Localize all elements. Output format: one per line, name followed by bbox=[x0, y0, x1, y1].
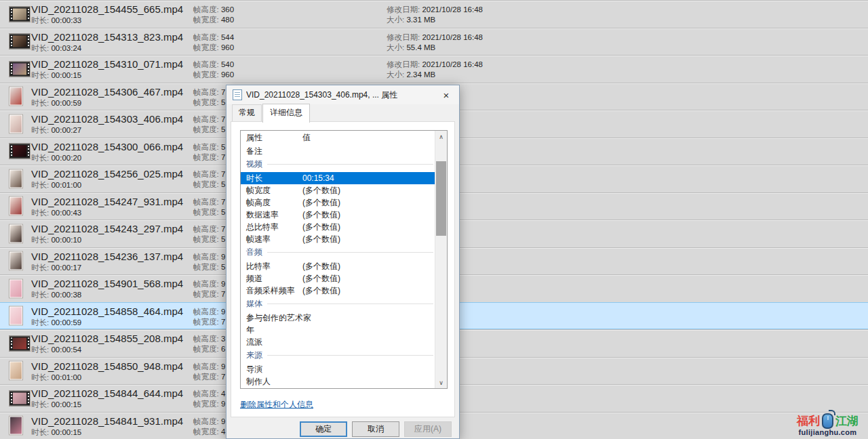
frame-dimensions-column: 帧高度: 9 帧宽度: 7 bbox=[193, 303, 225, 330]
frame-dimensions-column: 帧高度: 9 帧宽度: 5 bbox=[193, 248, 225, 275]
frame-dimensions-column: 帧高度: 7 帧宽度: 5 bbox=[193, 110, 225, 138]
frame-height-value: 5 bbox=[221, 143, 225, 151]
duration-label: 时长: bbox=[31, 291, 49, 299]
frame-width-label: 帧宽度: bbox=[193, 373, 219, 381]
property-label: 备注 bbox=[241, 146, 302, 157]
dialog-titlebar[interactable]: VID_20211028_154303_406.mp4, ... 属性 × bbox=[226, 85, 459, 104]
thumbnail-image bbox=[10, 308, 22, 325]
property-label: 时长 bbox=[241, 173, 302, 184]
duration-label: 时长: bbox=[31, 71, 49, 79]
scrollbar[interactable]: ∧ ∨ bbox=[435, 131, 447, 388]
file-name: VID_20211028_154901_568.mp4 bbox=[31, 278, 183, 289]
frame-dimensions-column: 帧高度: 9 帧宽度: 7 bbox=[193, 358, 225, 385]
duration-label: 时长: bbox=[31, 373, 49, 381]
video-thumbnail-icon bbox=[9, 6, 31, 22]
frame-dimensions-column: 帧高度: 7 帧宽度: 5 bbox=[193, 165, 225, 192]
frame-dimensions-column: 帧高度: 540 帧宽度: 960 bbox=[193, 56, 234, 83]
duration-label: 时长: bbox=[31, 126, 49, 134]
file-name: VID_20211028_154310_071.mp4 bbox=[31, 58, 183, 70]
frame-width-value: 7 bbox=[221, 153, 225, 161]
dialog-tab[interactable]: 详细信息 bbox=[262, 104, 310, 123]
thumbnail-image bbox=[10, 280, 22, 297]
file-name-column: VID_20211028_154243_297.mp4 时长: 00:00:10 bbox=[31, 220, 183, 247]
file-name-column: VID_20211028_154855_208.mp4 时长: 00:00:54 bbox=[31, 330, 183, 357]
property-row[interactable]: 参与创作的艺术家 bbox=[241, 312, 435, 324]
video-thumbnail-icon bbox=[9, 61, 31, 77]
dialog-button[interactable]: 取消 bbox=[352, 421, 399, 437]
property-row[interactable]: 帧宽度 (多个数值) bbox=[241, 184, 435, 196]
frame-height-value: 9 bbox=[221, 417, 225, 425]
frame-height-label: 帧高度: bbox=[193, 143, 219, 151]
file-row[interactable]: VID_20211028_154310_071.mp4 时长: 00:00:15… bbox=[0, 55, 868, 83]
property-value: (多个数值) bbox=[302, 197, 340, 209]
property-row[interactable]: 总比特率 (多个数值) bbox=[241, 221, 435, 233]
property-row[interactable]: 音频 bbox=[241, 245, 435, 260]
file-name: VID_20211028_154455_665.mp4 bbox=[31, 3, 183, 15]
property-value: 00:15:34 bbox=[302, 173, 334, 183]
scroll-up-icon[interactable]: ∧ bbox=[435, 131, 447, 142]
dialog-tab[interactable]: 常规 bbox=[232, 104, 262, 121]
duration-label: 时长: bbox=[31, 236, 49, 244]
size-label: 大小: bbox=[387, 16, 404, 24]
frame-width-value: 5 bbox=[221, 208, 225, 216]
frame-width-label: 帧宽度: bbox=[193, 345, 219, 353]
video-thumbnail-icon bbox=[9, 335, 31, 351]
frame-width-value: 7 bbox=[221, 318, 225, 326]
video-thumbnail-icon bbox=[9, 34, 31, 49]
frame-height-value: 540 bbox=[221, 60, 234, 68]
property-row[interactable]: 备注 bbox=[241, 145, 435, 157]
property-row[interactable]: 频道 (多个数值) bbox=[241, 272, 435, 285]
file-name-column: VID_20211028_154313_823.mp4 时长: 00:03:24 bbox=[31, 28, 183, 56]
scrollbar-thumb[interactable] bbox=[436, 161, 446, 236]
frame-height-label: 帧高度: bbox=[193, 280, 219, 288]
frame-width-value: 9 bbox=[221, 400, 225, 408]
video-thumbnail-icon bbox=[9, 224, 23, 243]
property-row[interactable]: 视频 bbox=[241, 157, 435, 172]
frame-height-value: 9 bbox=[221, 280, 225, 288]
video-thumbnail-icon bbox=[9, 144, 31, 159]
property-row[interactable]: 导演 bbox=[241, 363, 435, 375]
frame-height-value: 9 bbox=[221, 362, 225, 371]
file-row[interactable]: VID_20211028_154313_823.mp4 时长: 00:03:24… bbox=[0, 28, 868, 56]
property-row[interactable]: 音频采样频率 (多个数值) bbox=[241, 285, 435, 297]
duration-value: 00:00:33 bbox=[51, 16, 81, 24]
size-value: 2.34 MB bbox=[406, 70, 435, 79]
site-watermark: 福利 江湖 fulijianghu.com bbox=[797, 413, 859, 436]
file-row[interactable]: VID_20211028_154455_665.mp4 时长: 00:00:33… bbox=[0, 0, 868, 28]
duration-label: 时长: bbox=[31, 400, 49, 409]
frame-width-label: 帧宽度: bbox=[193, 318, 219, 326]
property-value: (多个数值) bbox=[302, 261, 340, 272]
modified-date-label: 修改日期: bbox=[387, 60, 420, 68]
remove-properties-link[interactable]: 删除属性和个人信息 bbox=[240, 399, 313, 411]
property-value: (多个数值) bbox=[302, 222, 340, 233]
dialog-button[interactable]: 应用(A) bbox=[404, 421, 452, 437]
property-row[interactable]: 制作人 bbox=[241, 375, 435, 388]
duration-label: 时长: bbox=[31, 16, 49, 24]
property-row[interactable]: 年 bbox=[241, 324, 435, 336]
property-row[interactable]: 媒体 bbox=[241, 297, 435, 312]
file-name: VID_20211028_154303_406.mp4 bbox=[31, 113, 183, 125]
frame-dimensions-column: 帧高度: 7 帧宽度: 5 bbox=[193, 193, 225, 220]
close-icon[interactable]: × bbox=[433, 85, 459, 104]
dialog-button[interactable]: 确定 bbox=[300, 421, 347, 437]
property-value: (多个数值) bbox=[302, 234, 340, 245]
file-info-column: 修改日期: 2021/10/28 16:48 大小: 55.4 MB bbox=[387, 28, 483, 56]
property-row[interactable]: 流派 bbox=[241, 336, 435, 348]
duration-value: 00:00:54 bbox=[51, 346, 81, 354]
duration-value: 00:00:15 bbox=[51, 400, 81, 409]
property-row[interactable]: 帧高度 (多个数值) bbox=[241, 196, 435, 209]
modified-date-value: 2021/10/28 16:48 bbox=[422, 60, 483, 68]
duration-value: 00:00:59 bbox=[51, 99, 81, 107]
property-row[interactable]: 数据速率 (多个数值) bbox=[241, 209, 435, 221]
property-row[interactable]: 来源 bbox=[241, 348, 435, 363]
video-thumbnail-icon bbox=[9, 114, 23, 133]
frame-height-value: 7 bbox=[221, 115, 225, 123]
scroll-down-icon[interactable]: ∨ bbox=[435, 377, 447, 388]
file-name-column: VID_20211028_154303_406.mp4 时长: 00:00:27 bbox=[31, 110, 183, 138]
property-row[interactable]: 帧速率 (多个数值) bbox=[241, 233, 435, 245]
property-row[interactable]: 时长 00:15:34 bbox=[241, 172, 435, 184]
property-row[interactable]: 比特率 (多个数值) bbox=[241, 260, 435, 272]
frame-dimensions-column: 帧高度: 4 帧宽度: 9 bbox=[193, 385, 225, 412]
frame-height-label: 帧高度: bbox=[193, 60, 219, 68]
section-header: 媒体 bbox=[241, 298, 435, 310]
